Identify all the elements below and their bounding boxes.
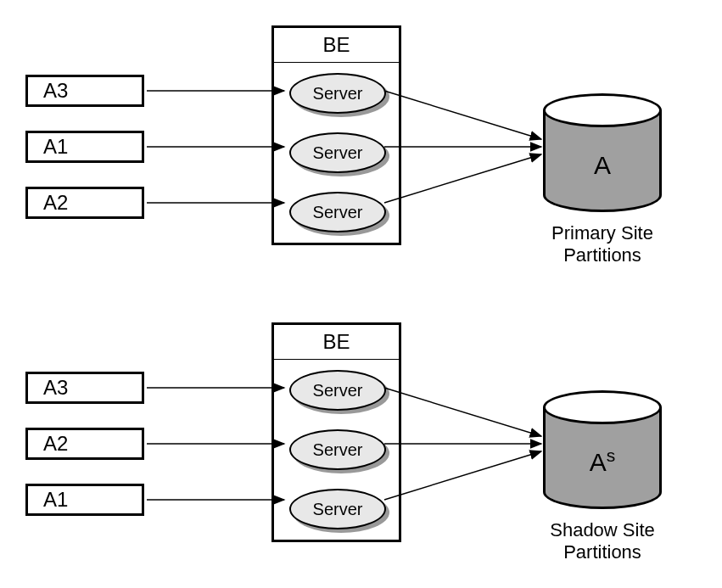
be-header: BE <box>274 28 399 63</box>
input-label: A3 <box>43 79 68 103</box>
be-body: Server Server Server <box>274 360 399 540</box>
input-box: A1 <box>25 484 144 516</box>
input-label: A1 <box>43 135 68 159</box>
svg-line-11 <box>384 388 541 436</box>
input-box: A2 <box>25 187 144 219</box>
svg-line-13 <box>384 451 541 500</box>
svg-line-6 <box>384 154 541 203</box>
database-cylinder: As Shadow Site Partitions <box>543 390 662 518</box>
database-cylinder: A Primary Site Partitions <box>543 93 662 221</box>
input-box: A2 <box>25 428 144 460</box>
server-node: Server <box>289 192 386 232</box>
server-label: Server <box>313 84 363 104</box>
server-label: Server <box>313 500 363 519</box>
input-box: A3 <box>25 75 144 107</box>
server-label: Server <box>313 440 363 460</box>
be-container: BE Server Server Server <box>271 322 401 542</box>
cylinder-label: A <box>594 148 611 180</box>
server-node: Server <box>289 489 386 529</box>
server-node: Server <box>289 73 386 114</box>
input-label: A1 <box>43 488 68 512</box>
server-label: Server <box>313 203 363 222</box>
be-container: BE Server Server Server <box>271 25 401 245</box>
input-box: A3 <box>25 372 144 404</box>
shadow-site-section: A3 A2 A1 BE Server Server Server As Shad… <box>17 314 705 568</box>
cylinder-top <box>543 93 662 127</box>
server-node: Server <box>289 429 386 470</box>
cylinder-caption: Shadow Site Partitions <box>526 519 679 563</box>
input-label: A2 <box>43 191 68 215</box>
primary-site-section: A3 A1 A2 BE Server Server Server A Prima… <box>17 17 705 272</box>
server-node: Server <box>289 132 386 173</box>
input-label: A2 <box>43 432 68 456</box>
cylinder-top <box>543 390 662 424</box>
svg-line-4 <box>384 91 541 139</box>
input-label: A3 <box>43 376 68 400</box>
server-label: Server <box>313 381 363 400</box>
server-label: Server <box>313 143 363 163</box>
input-box: A1 <box>25 131 144 163</box>
cylinder-label: As <box>590 445 616 477</box>
cylinder-caption: Primary Site Partitions <box>526 222 679 266</box>
be-body: Server Server Server <box>274 63 399 243</box>
be-header: BE <box>274 325 399 360</box>
server-node: Server <box>289 370 386 411</box>
